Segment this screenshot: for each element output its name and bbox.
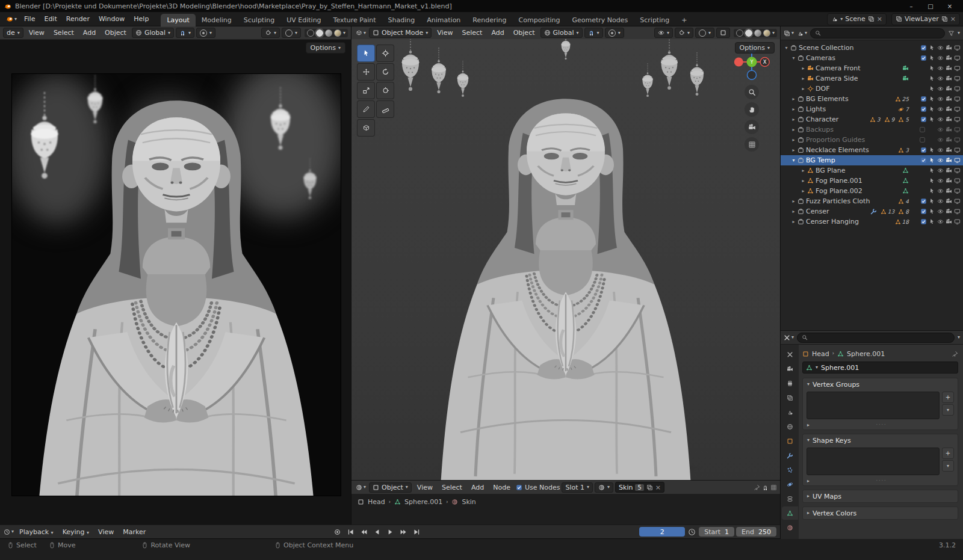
- magnet-icon[interactable]: [762, 484, 769, 491]
- properties-tab-object-data[interactable]: [782, 506, 798, 520]
- eye-icon[interactable]: [937, 96, 944, 102]
- menu-marker[interactable]: Marker: [119, 528, 149, 537]
- render-visibility-icon[interactable]: [946, 188, 952, 194]
- viewport-options-dropdown[interactable]: Options▾: [306, 42, 345, 54]
- show-gizmo-dropdown[interactable]: ▾: [261, 28, 280, 38]
- menu-keying[interactable]: Keying ▾: [59, 528, 93, 537]
- vertex-colors-panel-header[interactable]: ▸Vertex Colors: [803, 507, 958, 519]
- selectable-icon[interactable]: [929, 157, 935, 164]
- eye-icon[interactable]: [937, 75, 944, 82]
- properties-tab-scene[interactable]: [782, 405, 798, 419]
- properties-tab-world[interactable]: [782, 420, 798, 433]
- outliner-row-character[interactable]: ▸Character395: [781, 114, 963, 125]
- eye-icon[interactable]: [937, 106, 944, 112]
- data-name-field[interactable]: ▾ Sphere.001: [802, 362, 958, 374]
- start-frame-field[interactable]: Start1: [699, 527, 734, 537]
- outliner-row-censer-hanging[interactable]: ▸Censer Hanging18: [781, 217, 963, 227]
- menu-help[interactable]: Help: [129, 14, 153, 24]
- zoom-button[interactable]: [745, 85, 759, 99]
- eye-icon[interactable]: [937, 188, 944, 194]
- selectable-icon[interactable]: [929, 198, 935, 205]
- outliner-row-censer[interactable]: ▸Censer138: [781, 206, 963, 217]
- eye-icon[interactable]: [937, 137, 944, 143]
- outliner-row-fuzz-particles-cloth[interactable]: ▸Fuzz Particles Cloth4: [781, 196, 963, 206]
- viewport-display-icon[interactable]: [954, 157, 961, 164]
- solid-shading-button[interactable]: [316, 29, 323, 37]
- rendered-shading-button[interactable]: [334, 29, 341, 37]
- breadcrumb-object[interactable]: Head: [812, 350, 829, 358]
- eye-icon[interactable]: [937, 147, 944, 153]
- disclosure-triangle[interactable]: ▾: [790, 55, 797, 61]
- render-visibility-icon[interactable]: [946, 55, 952, 61]
- disclosure-triangle[interactable]: ▸: [799, 76, 807, 81]
- end-frame-field[interactable]: End250: [736, 527, 776, 537]
- cursor-tool[interactable]: [376, 45, 394, 62]
- selectable-icon[interactable]: [929, 188, 935, 194]
- viewport-display-icon[interactable]: [954, 167, 961, 174]
- material-preview-button[interactable]: [325, 29, 332, 37]
- eye-icon[interactable]: [937, 167, 944, 174]
- pan-button[interactable]: [745, 102, 759, 117]
- show-overlays-dropdown[interactable]: ▾: [695, 28, 714, 38]
- viewport-display-icon[interactable]: [954, 137, 961, 143]
- show-overlays-dropdown[interactable]: ▾: [282, 28, 301, 38]
- timeline[interactable]: ▾ Playback ▾ Keying ▾ View Marker 2 Star…: [0, 525, 780, 538]
- move-tool[interactable]: [357, 63, 375, 81]
- viewport-display-icon[interactable]: [954, 106, 961, 112]
- add-vertex-group-button[interactable]: +: [942, 392, 954, 403]
- viewport-canvas[interactable]: [351, 39, 780, 480]
- viewport-display-icon[interactable]: [954, 116, 961, 123]
- new-view-layer-icon[interactable]: [941, 16, 948, 22]
- checkbox-icon[interactable]: [920, 55, 927, 61]
- proportional-editing-dropdown[interactable]: ▾: [196, 28, 215, 38]
- object-visibility-dropdown[interactable]: ▾: [654, 28, 673, 38]
- xray-toggle[interactable]: [716, 28, 730, 38]
- pin-icon[interactable]: [754, 484, 760, 491]
- properties-tab-physics[interactable]: [782, 478, 798, 491]
- uv-maps-panel-header[interactable]: ▸UV Maps: [803, 490, 958, 502]
- outliner[interactable]: ▾ ▾ ▾ ▾Scene Collection ▾Cameras ▸Camera…: [781, 26, 963, 331]
- display-mode-dropdown[interactable]: ▾: [797, 30, 807, 37]
- checkbox-icon[interactable]: [920, 45, 927, 51]
- outliner-row-fog-plane-001[interactable]: ▸Fog Plane.001: [781, 176, 963, 186]
- outliner-search-input[interactable]: [810, 28, 945, 38]
- properties-tab-particles[interactable]: [782, 463, 798, 476]
- checkbox-icon[interactable]: [920, 96, 927, 102]
- proportional-editing-dropdown[interactable]: ▾: [605, 28, 624, 38]
- selectable-icon[interactable]: [929, 55, 935, 61]
- checkbox-icon[interactable]: [920, 218, 927, 225]
- editor-type-button[interactable]: ▾: [355, 29, 367, 36]
- jump-to-start-button[interactable]: [345, 527, 356, 537]
- add-shape-key-button[interactable]: +: [942, 448, 954, 459]
- transform-tool[interactable]: [376, 82, 394, 99]
- viewport-display-icon[interactable]: [954, 147, 961, 153]
- outliner-row-fog-plane-002[interactable]: ▸Fog Plane.002: [781, 186, 963, 196]
- show-gizmo-dropdown[interactable]: ▾: [675, 28, 693, 38]
- disclosure-triangle[interactable]: ▸: [790, 209, 797, 214]
- viewport-options-dropdown[interactable]: Options▾: [735, 42, 775, 54]
- vertex-group-specials-button[interactable]: ▾: [942, 404, 954, 416]
- left-viewport[interactable]: de▾ View Select Add Object Global▾ ▾ ▾ ▾…: [0, 26, 351, 525]
- breadcrumb-data[interactable]: Sphere.001: [847, 350, 885, 358]
- shape-keys-list[interactable]: [807, 448, 940, 475]
- disclosure-triangle[interactable]: ▸: [790, 147, 797, 153]
- properties-editor[interactable]: ▾ ▾: [781, 331, 963, 539]
- shader-type-dropdown[interactable]: Object▾: [369, 482, 412, 493]
- disclosure-triangle[interactable]: ▸: [790, 219, 797, 224]
- menu-window[interactable]: Window: [94, 14, 129, 24]
- disclosure-triangle[interactable]: ▸: [790, 96, 797, 102]
- viewport-display-icon[interactable]: [954, 218, 961, 225]
- selectable-icon[interactable]: [929, 177, 935, 184]
- selectable-icon[interactable]: [929, 65, 935, 72]
- unlink-scene-icon[interactable]: ×: [877, 15, 882, 23]
- menu-render[interactable]: Render: [62, 14, 94, 24]
- properties-tab-material[interactable]: [782, 521, 798, 534]
- viewport-display-icon[interactable]: [954, 126, 961, 133]
- disclosure-triangle[interactable]: ▸: [799, 66, 807, 71]
- menu-add[interactable]: Add: [79, 28, 99, 37]
- mode-dropdown-truncated[interactable]: de▾: [3, 28, 23, 38]
- properties-tab-output[interactable]: [782, 377, 798, 390]
- chevron-down-icon[interactable]: ▾: [958, 31, 960, 35]
- transform-orientation-dropdown[interactable]: Global▾: [132, 28, 174, 38]
- add-cube-tool[interactable]: [357, 119, 375, 137]
